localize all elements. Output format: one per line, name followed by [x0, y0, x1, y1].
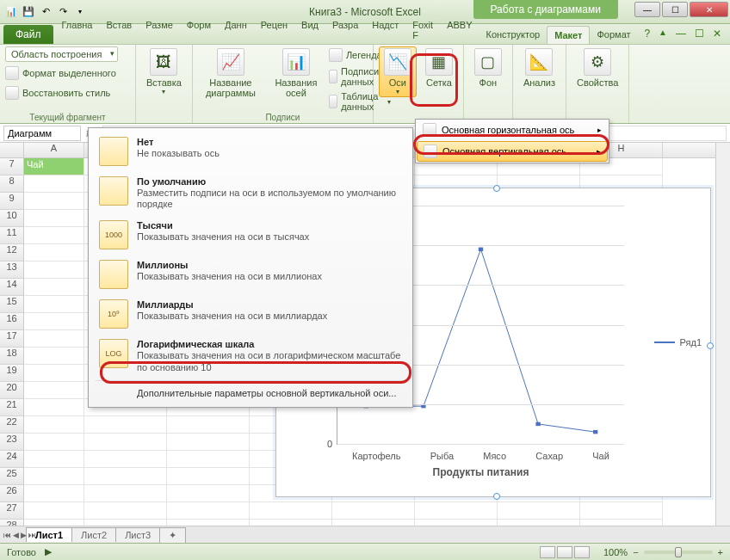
row-header[interactable]: 9	[0, 193, 24, 210]
row-header[interactable]: 13	[0, 262, 24, 279]
view-normal[interactable]	[540, 546, 555, 558]
cell[interactable]	[332, 502, 415, 520]
cell[interactable]	[580, 502, 663, 520]
undo-icon[interactable]: ↶	[38, 4, 53, 20]
tab-форм[interactable]: Форм	[180, 16, 218, 44]
row-header[interactable]: 12	[0, 244, 24, 262]
cell[interactable]	[24, 520, 84, 526]
analysis-button[interactable]: 📐 Анализ	[518, 46, 560, 89]
cell[interactable]	[415, 502, 498, 520]
tab-разра[interactable]: Разра	[325, 16, 365, 44]
axis-titles-button[interactable]: 📊 Названия осей	[267, 46, 325, 100]
cell[interactable]	[24, 348, 84, 365]
cell[interactable]	[24, 330, 84, 348]
sheet-nav-first[interactable]: ⏮	[3, 531, 11, 539]
col-header[interactable]: A	[24, 143, 84, 157]
cell[interactable]	[84, 434, 167, 451]
save-icon[interactable]: 💾	[21, 4, 36, 20]
sheet-nav-next[interactable]: ▶	[21, 531, 27, 539]
name-box[interactable]: Диаграмм	[3, 126, 81, 141]
cell[interactable]	[84, 502, 167, 520]
tab-надст[interactable]: Надст	[365, 16, 405, 44]
help-icon[interactable]: ?	[644, 28, 650, 40]
ribbon-minimize-icon[interactable]: ▲	[659, 28, 667, 40]
cell[interactable]	[167, 485, 250, 502]
vertical-axis-item[interactable]: Основная вертикальная ось ▸	[417, 141, 608, 162]
tab-макет[interactable]: Макет	[547, 26, 590, 44]
cell[interactable]	[332, 520, 415, 526]
cell[interactable]	[250, 520, 332, 526]
row-header[interactable]: 20	[0, 382, 24, 399]
cell[interactable]	[24, 262, 84, 279]
row-header[interactable]: 7	[0, 158, 24, 175]
cell[interactable]	[84, 520, 167, 526]
row-header[interactable]: 22	[0, 416, 24, 434]
cell[interactable]	[24, 210, 84, 227]
cell[interactable]	[24, 416, 84, 434]
cell[interactable]	[250, 502, 332, 520]
file-tab[interactable]: Файл	[3, 25, 53, 44]
cell[interactable]	[24, 313, 84, 330]
minimize-button[interactable]: —	[634, 2, 660, 17]
cell[interactable]	[24, 365, 84, 382]
cell[interactable]	[24, 502, 84, 520]
row-header[interactable]: 11	[0, 227, 24, 244]
cell[interactable]	[24, 485, 84, 502]
cell[interactable]	[167, 520, 250, 526]
cell[interactable]	[24, 279, 84, 296]
cell[interactable]	[167, 502, 250, 520]
sheet-nav-prev[interactable]: ◀	[13, 531, 19, 539]
cell[interactable]	[24, 382, 84, 399]
row-header[interactable]: 25	[0, 468, 24, 485]
axis-option-millions[interactable]: МиллионыПоказывать значения на оси в мил…	[89, 255, 412, 294]
tab-данн[interactable]: Данн	[218, 16, 254, 44]
row-header[interactable]: 21	[0, 399, 24, 416]
tab-конструктор[interactable]: Конструктор	[479, 26, 547, 44]
cell[interactable]	[580, 520, 663, 526]
axis-option-none[interactable]: НетНе показывать ось	[89, 132, 412, 171]
cell[interactable]	[84, 416, 167, 434]
cell[interactable]	[415, 520, 498, 526]
macro-record-icon[interactable]: ▶	[45, 546, 52, 557]
tab-foxit f[interactable]: Foxit F	[405, 16, 440, 44]
row-header[interactable]: 23	[0, 434, 24, 451]
view-page-break[interactable]	[574, 546, 590, 558]
chart-legend[interactable]: Ряд1	[654, 337, 702, 348]
zoom-slider[interactable]	[644, 551, 713, 554]
maximize-button[interactable]: ☐	[662, 2, 688, 17]
cell[interactable]	[24, 227, 84, 244]
horizontal-axis-item[interactable]: Основная горизонтальная ось ▸	[416, 120, 609, 140]
view-page-layout[interactable]	[557, 546, 572, 558]
cell[interactable]	[498, 502, 580, 520]
chart-title-button[interactable]: 📈 Название диаграммы	[198, 46, 263, 100]
new-sheet-tab[interactable]: ✦	[159, 527, 186, 543]
workbook-close-icon[interactable]: ✕	[713, 28, 721, 40]
gridlines-button[interactable]: ▦ Сетка	[420, 46, 458, 89]
zoom-in-button[interactable]: +	[718, 547, 723, 557]
cell[interactable]	[24, 434, 84, 451]
row-header[interactable]: 24	[0, 451, 24, 468]
sheet-tab[interactable]: Лист3	[115, 527, 160, 542]
reset-style-button[interactable]: Восстановить стиль	[5, 84, 110, 102]
cell[interactable]	[24, 175, 84, 193]
row-header[interactable]: 10	[0, 210, 24, 227]
cell[interactable]	[498, 520, 580, 526]
vertical-scrollbar[interactable]	[715, 143, 730, 526]
chart-element-selector[interactable]: Область построения	[5, 46, 118, 62]
sheet-tab[interactable]: Лист2	[71, 527, 116, 542]
row-header[interactable]: 16	[0, 313, 24, 330]
cell[interactable]	[84, 451, 167, 468]
cell[interactable]	[24, 193, 84, 210]
row-header[interactable]: 19	[0, 365, 24, 382]
cell[interactable]	[24, 468, 84, 485]
zoom-out-button[interactable]: −	[633, 547, 638, 557]
row-header[interactable]: 28	[0, 520, 24, 526]
row-header[interactable]: 18	[0, 348, 24, 365]
row-header[interactable]: 15	[0, 296, 24, 313]
cell[interactable]	[24, 296, 84, 313]
tab-abby[interactable]: ABBY	[440, 16, 479, 44]
row-header[interactable]: 8	[0, 175, 24, 193]
tab-разме[interactable]: Разме	[139, 16, 180, 44]
x-axis-title[interactable]: Продукты питания	[337, 466, 624, 478]
axes-button[interactable]: 📉 Оси ▾	[379, 46, 417, 97]
